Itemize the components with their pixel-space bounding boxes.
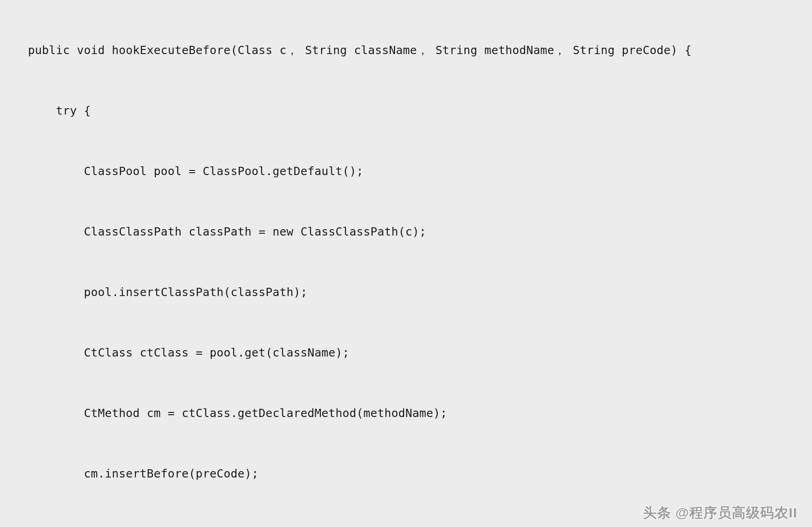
code-line: CtMethod cm = ctClass.getDeclaredMethod(… <box>0 403 812 423</box>
code-line: ctClass.writeFile(); <box>0 524 812 527</box>
code-line: CtClass ctClass = pool.get(className); <box>0 343 812 363</box>
code-block: public void hookExecuteBefore(Class c， S… <box>0 0 812 527</box>
code-line: pool.insertClassPath(classPath); <box>0 282 812 302</box>
watermark-text: 头条 @程序员高级码农II <box>643 504 797 522</box>
code-line: cm.insertBefore(preCode); <box>0 464 812 484</box>
code-line: ClassClassPath classPath = new ClassClas… <box>0 222 812 242</box>
code-line: try { <box>0 101 812 121</box>
code-line: ClassPool pool = ClassPool.getDefault(); <box>0 161 812 181</box>
code-line: public void hookExecuteBefore(Class c， S… <box>0 40 812 60</box>
